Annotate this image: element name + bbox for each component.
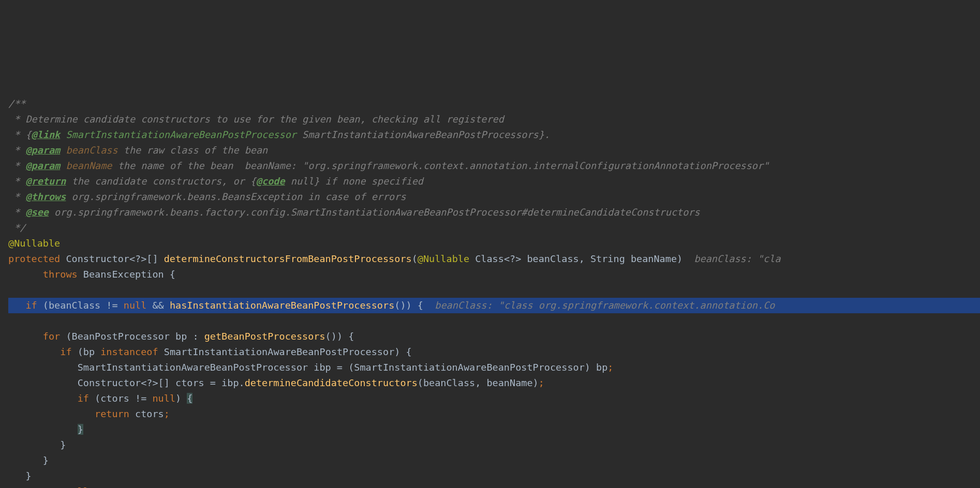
blank-line (8, 284, 14, 295)
doc-line: * {@link SmartInstantiationAwareBeanPost… (8, 129, 550, 140)
code-editor[interactable]: /** * Determine candidate constructors t… (0, 62, 980, 488)
doc-line: * @return the candidate constructors, or… (8, 176, 423, 187)
code-line: if (bp instanceof SmartInstantiationAwar… (8, 346, 412, 357)
code-line: Constructor<?>[] ctors = ibp.determineCa… (8, 377, 544, 388)
doc-line: /** (8, 98, 25, 109)
code-line: return null; (8, 486, 95, 488)
doc-line: * @see org.springframework.beans.factory… (8, 207, 700, 218)
code-line: } (8, 470, 32, 481)
code-line: } (8, 455, 49, 466)
code-line: SmartInstantiationAwareBeanPostProcessor… (8, 362, 614, 373)
doc-line: * Determine candidate constructors to us… (8, 114, 504, 125)
doc-line: */ (8, 222, 25, 233)
debug-inline-value: beanName: "org.springframework.context.a… (245, 160, 769, 171)
debug-inline-value: beanClass: "class org.springframework.co… (435, 300, 775, 311)
doc-line: * @throws org.springframework.beans.Bean… (8, 191, 406, 202)
debug-inline-value: beanClass: "cla (694, 253, 780, 264)
current-execution-line[interactable]: if (beanClass != null && hasInstantiatio… (8, 298, 980, 313)
throws-line: throws BeansException { (8, 269, 175, 280)
doc-line: * @param beanName the name of the bean b… (8, 160, 769, 171)
code-line: for (BeanPostProcessor bp : getBeanPostP… (8, 331, 354, 342)
code-line: } (8, 439, 66, 450)
code-line: return ctors; (8, 408, 170, 419)
code-line: if (ctors != null) { (8, 393, 192, 404)
gutter (0, 62, 3, 488)
code-line: } (8, 424, 83, 435)
annotation-line: @Nullable (8, 238, 60, 249)
doc-line: * @param beanClass the raw class of the … (8, 145, 268, 156)
method-signature: protected Constructor<?>[] determineCons… (8, 253, 781, 264)
